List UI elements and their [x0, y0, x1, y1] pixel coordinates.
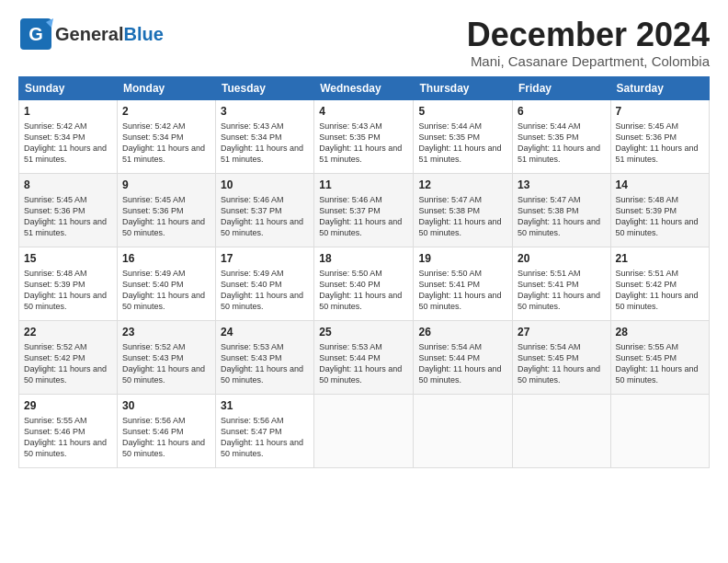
calendar-cell: 9 Sunrise: 5:45 AM Sunset: 5:36 PM Dayli… — [117, 173, 215, 247]
daylight-label: Daylight: 11 hours and 50 minutes. — [418, 291, 501, 311]
daylight-label: Daylight: 11 hours and 51 minutes. — [418, 144, 501, 164]
sunrise-label: Sunrise: 5:43 AM — [221, 121, 284, 131]
empty-cell — [314, 394, 414, 467]
sunset-label: Sunset: 5:36 PM — [24, 206, 85, 215]
sunrise-label: Sunrise: 5:49 AM — [221, 269, 284, 278]
page: G General Blue December 2024 Mani, Casan… — [0, 0, 728, 563]
calendar-cell: 2 Sunrise: 5:42 AM Sunset: 5:34 PM Dayli… — [117, 99, 215, 173]
logo: G General Blue — [18, 17, 164, 52]
sunrise-label: Sunrise: 5:45 AM — [24, 195, 87, 204]
daylight-label: Daylight: 11 hours and 50 minutes. — [122, 217, 205, 237]
calendar-cell: 22 Sunrise: 5:52 AM Sunset: 5:42 PM Dayl… — [19, 320, 118, 394]
day-number: 22 — [24, 325, 112, 339]
sunset-label: Sunset: 5:37 PM — [319, 206, 381, 215]
sunset-label: Sunset: 5:38 PM — [518, 206, 579, 215]
sunset-label: Sunset: 5:46 PM — [24, 427, 85, 436]
sunset-label: Sunset: 5:45 PM — [616, 353, 677, 362]
day-number: 10 — [221, 178, 309, 192]
sunrise-label: Sunrise: 5:47 AM — [418, 195, 482, 204]
daylight-label: Daylight: 11 hours and 50 minutes. — [418, 364, 501, 385]
calendar-cell: 23 Sunrise: 5:52 AM Sunset: 5:43 PM Dayl… — [117, 320, 215, 394]
sunset-label: Sunset: 5:40 PM — [221, 280, 282, 289]
logo-general-text: General — [55, 24, 123, 45]
daylight-label: Daylight: 11 hours and 51 minutes. — [319, 144, 402, 164]
sunrise-label: Sunrise: 5:47 AM — [518, 195, 581, 204]
sunrise-label: Sunrise: 5:56 AM — [122, 416, 186, 425]
daylight-label: Daylight: 11 hours and 50 minutes. — [616, 291, 699, 311]
logo-icon: G — [18, 17, 53, 52]
day-number: 2 — [122, 104, 210, 119]
sunset-label: Sunset: 5:35 PM — [319, 132, 381, 142]
calendar-cell: 5 Sunrise: 5:44 AM Sunset: 5:35 PM Dayli… — [414, 99, 513, 173]
calendar-cell: 30 Sunrise: 5:56 AM Sunset: 5:46 PM Dayl… — [117, 394, 215, 467]
calendar-week-row: 1 Sunrise: 5:42 AM Sunset: 5:34 PM Dayli… — [19, 99, 710, 173]
daylight-label: Daylight: 11 hours and 51 minutes. — [24, 144, 107, 164]
calendar-cell: 14 Sunrise: 5:48 AM Sunset: 5:39 PM Dayl… — [610, 173, 709, 247]
day-number: 12 — [418, 178, 507, 192]
daylight-label: Daylight: 11 hours and 50 minutes. — [221, 291, 303, 311]
calendar-week-row: 15 Sunrise: 5:48 AM Sunset: 5:39 PM Dayl… — [19, 247, 710, 320]
day-number: 7 — [616, 104, 704, 119]
day-number: 14 — [616, 178, 704, 192]
daylight-label: Daylight: 11 hours and 50 minutes. — [518, 364, 600, 385]
calendar-cell: 24 Sunrise: 5:53 AM Sunset: 5:43 PM Dayl… — [216, 320, 314, 394]
col-sunday: Sunday — [19, 76, 118, 99]
calendar-title: December 2024 — [467, 17, 710, 53]
daylight-label: Daylight: 11 hours and 51 minutes. — [24, 217, 107, 237]
daylight-label: Daylight: 11 hours and 51 minutes. — [122, 144, 205, 164]
day-number: 1 — [24, 104, 112, 119]
col-wednesday: Wednesday — [314, 76, 414, 99]
sunset-label: Sunset: 5:43 PM — [122, 353, 184, 362]
title-block: December 2024 Mani, Casanare Department,… — [467, 17, 710, 69]
calendar-cell: 29 Sunrise: 5:55 AM Sunset: 5:46 PM Dayl… — [19, 394, 118, 467]
calendar-cell: 1 Sunrise: 5:42 AM Sunset: 5:34 PM Dayli… — [19, 99, 118, 173]
sunrise-label: Sunrise: 5:52 AM — [122, 342, 186, 351]
sunset-label: Sunset: 5:35 PM — [418, 132, 480, 142]
calendar-cell: 19 Sunrise: 5:50 AM Sunset: 5:41 PM Dayl… — [414, 247, 513, 320]
sunrise-label: Sunrise: 5:52 AM — [24, 342, 87, 351]
sunrise-label: Sunrise: 5:49 AM — [122, 269, 186, 278]
sunset-label: Sunset: 5:41 PM — [518, 280, 579, 289]
daylight-label: Daylight: 11 hours and 51 minutes. — [221, 144, 303, 164]
day-number: 5 — [418, 104, 507, 119]
day-number: 19 — [418, 251, 507, 266]
sunrise-label: Sunrise: 5:45 AM — [122, 195, 186, 204]
daylight-label: Daylight: 11 hours and 50 minutes. — [24, 291, 107, 311]
calendar-cell: 4 Sunrise: 5:43 AM Sunset: 5:35 PM Dayli… — [314, 99, 414, 173]
sunset-label: Sunset: 5:40 PM — [319, 280, 381, 289]
sunset-label: Sunset: 5:36 PM — [122, 206, 184, 215]
sunset-label: Sunset: 5:34 PM — [24, 132, 85, 142]
sunrise-label: Sunrise: 5:44 AM — [418, 121, 482, 131]
day-number: 16 — [122, 251, 210, 266]
day-number: 8 — [24, 178, 112, 192]
sunrise-label: Sunrise: 5:42 AM — [24, 121, 87, 131]
sunset-label: Sunset: 5:42 PM — [24, 353, 85, 362]
calendar-cell: 27 Sunrise: 5:54 AM Sunset: 5:45 PM Dayl… — [513, 320, 611, 394]
day-number: 15 — [24, 251, 112, 266]
sunset-label: Sunset: 5:40 PM — [122, 280, 184, 289]
day-number: 25 — [319, 325, 408, 339]
calendar-cell: 16 Sunrise: 5:49 AM Sunset: 5:40 PM Dayl… — [117, 247, 215, 320]
calendar-week-row: 22 Sunrise: 5:52 AM Sunset: 5:42 PM Dayl… — [19, 320, 710, 394]
calendar-week-row: 29 Sunrise: 5:55 AM Sunset: 5:46 PM Dayl… — [19, 394, 710, 467]
col-friday: Friday — [513, 76, 611, 99]
day-number: 4 — [319, 104, 408, 119]
calendar-cell: 12 Sunrise: 5:47 AM Sunset: 5:38 PM Dayl… — [414, 173, 513, 247]
sunset-label: Sunset: 5:39 PM — [616, 206, 677, 215]
calendar-cell: 15 Sunrise: 5:48 AM Sunset: 5:39 PM Dayl… — [19, 247, 118, 320]
day-number: 11 — [319, 178, 408, 192]
sunrise-label: Sunrise: 5:51 AM — [518, 269, 581, 278]
daylight-label: Daylight: 11 hours and 50 minutes. — [221, 438, 303, 458]
sunset-label: Sunset: 5:42 PM — [616, 280, 677, 289]
daylight-label: Daylight: 11 hours and 50 minutes. — [122, 291, 205, 311]
sunrise-label: Sunrise: 5:54 AM — [418, 342, 482, 351]
sunset-label: Sunset: 5:43 PM — [221, 353, 282, 362]
sunrise-label: Sunrise: 5:54 AM — [518, 342, 581, 351]
day-number: 29 — [24, 398, 112, 413]
sunrise-label: Sunrise: 5:55 AM — [24, 416, 87, 425]
sunset-label: Sunset: 5:45 PM — [518, 353, 579, 362]
calendar-cell: 3 Sunrise: 5:43 AM Sunset: 5:34 PM Dayli… — [216, 99, 314, 173]
calendar-cell: 21 Sunrise: 5:51 AM Sunset: 5:42 PM Dayl… — [610, 247, 709, 320]
sunset-label: Sunset: 5:39 PM — [24, 280, 85, 289]
day-number: 9 — [122, 178, 210, 192]
